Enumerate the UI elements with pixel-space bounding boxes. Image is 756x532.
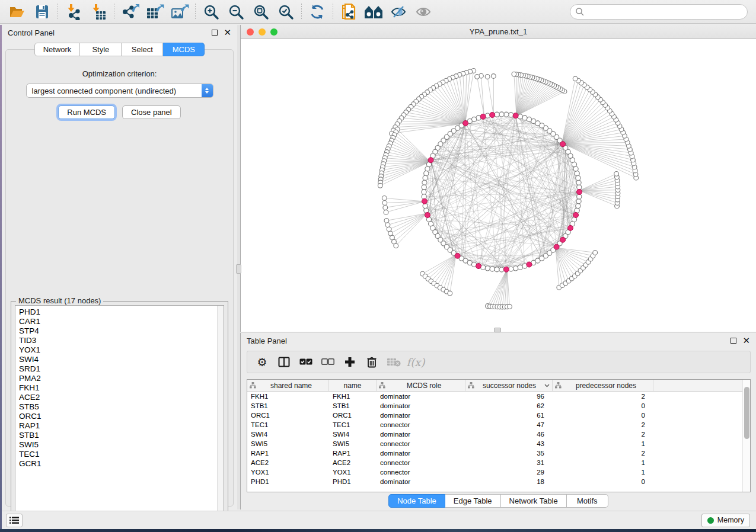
network-node[interactable] bbox=[495, 267, 499, 272]
mcds-hub-node[interactable] bbox=[428, 158, 433, 163]
mcds-result-item[interactable]: SWI5 bbox=[19, 440, 224, 450]
node-table[interactable]: shared namenameMCDS rolesuccessor nodesp… bbox=[247, 379, 751, 492]
tab-network[interactable]: Network bbox=[34, 43, 81, 56]
run-mcds-button[interactable]: Run MCDS bbox=[58, 105, 115, 119]
table-settings-button[interactable]: ⚙ bbox=[253, 353, 271, 371]
column-header-MCDS-role[interactable]: MCDS role bbox=[377, 380, 465, 391]
mcds-result-item[interactable]: ORC1 bbox=[19, 412, 224, 421]
tab-select[interactable]: Select bbox=[122, 43, 163, 56]
mcds-result-item[interactable]: PMA2 bbox=[19, 374, 224, 383]
delete-button[interactable] bbox=[363, 353, 381, 371]
close-panel-icon[interactable]: ✕ bbox=[224, 30, 231, 36]
network-node[interactable] bbox=[490, 267, 495, 271]
column-header-name[interactable]: name bbox=[329, 380, 377, 391]
mcds-result-item[interactable]: CAR1 bbox=[19, 317, 224, 326]
network-node[interactable] bbox=[422, 190, 426, 194]
column-header-successor-nodes[interactable]: successor nodes bbox=[465, 380, 553, 391]
mcds-hub-node[interactable] bbox=[422, 198, 427, 204]
show-details-button[interactable] bbox=[411, 2, 436, 22]
network-leaf-node[interactable] bbox=[382, 196, 387, 200]
memory-button[interactable]: Memory bbox=[701, 514, 750, 527]
mcds-hub-node[interactable] bbox=[476, 264, 481, 269]
table-row[interactable]: STB1STB1dominator620 bbox=[247, 401, 750, 411]
mcds-result-item[interactable]: GCR1 bbox=[19, 459, 224, 469]
network-node[interactable] bbox=[423, 204, 428, 209]
network-node[interactable] bbox=[576, 175, 580, 180]
mcds-hub-node[interactable] bbox=[560, 237, 566, 242]
network-node[interactable] bbox=[422, 194, 426, 199]
network-node[interactable] bbox=[576, 199, 581, 204]
mcds-hub-node[interactable] bbox=[425, 212, 430, 217]
network-leaf-node[interactable] bbox=[573, 76, 578, 81]
network-leaf-node[interactable] bbox=[384, 218, 389, 223]
network-node[interactable] bbox=[422, 180, 427, 185]
table-row[interactable]: YOX1YOX1connector291 bbox=[247, 467, 750, 477]
delete-table-button[interactable] bbox=[385, 353, 403, 371]
mcds-hub-node[interactable] bbox=[560, 142, 566, 147]
network-node[interactable] bbox=[509, 267, 513, 271]
network-leaf-node[interactable] bbox=[385, 223, 390, 227]
mcds-result-item[interactable]: SWI4 bbox=[19, 355, 224, 364]
network-leaf-node[interactable] bbox=[383, 206, 388, 210]
network-leaf-node[interactable] bbox=[491, 74, 496, 79]
task-history-button[interactable] bbox=[6, 514, 23, 527]
mcds-hub-node[interactable] bbox=[527, 262, 532, 267]
share-document-button[interactable] bbox=[336, 2, 361, 22]
save-session-button[interactable] bbox=[30, 2, 55, 22]
search-box[interactable] bbox=[570, 4, 748, 20]
network-node[interactable] bbox=[485, 266, 490, 271]
network-window-titlebar[interactable]: YPA_prune.txt_1 bbox=[241, 25, 756, 39]
network-node[interactable] bbox=[518, 114, 522, 119]
network-node[interactable] bbox=[518, 265, 522, 270]
mcds-result-item[interactable]: RAP1 bbox=[19, 421, 224, 431]
network-view-canvas[interactable] bbox=[241, 39, 756, 332]
mcds-hub-node[interactable] bbox=[490, 112, 495, 117]
tab-node-table[interactable]: Node Table bbox=[388, 494, 445, 508]
mcds-hub-node[interactable] bbox=[567, 225, 573, 230]
export-table-button[interactable] bbox=[142, 2, 167, 22]
network-node[interactable] bbox=[423, 175, 428, 180]
function-builder-button[interactable]: f(x) bbox=[407, 353, 425, 371]
table-scrollbar-thumb[interactable] bbox=[744, 387, 749, 439]
mcds-result-item[interactable]: STB1 bbox=[19, 431, 224, 440]
search-input[interactable] bbox=[588, 7, 742, 16]
tab-mcds[interactable]: MCDS bbox=[163, 43, 205, 56]
zoom-out-button[interactable] bbox=[224, 2, 248, 22]
network-node[interactable] bbox=[577, 194, 582, 199]
network-node[interactable] bbox=[422, 185, 426, 190]
mcds-hub-node[interactable] bbox=[480, 114, 486, 119]
mcds-hub-node[interactable] bbox=[513, 113, 518, 118]
zoom-in-button[interactable] bbox=[199, 2, 224, 22]
vertical-splitter-handle[interactable] bbox=[236, 264, 241, 274]
network-node[interactable] bbox=[485, 113, 490, 118]
criterion-dropdown[interactable]: largest connected component (undirected) bbox=[26, 84, 213, 98]
table-row[interactable]: FKH1FKH1dominator962 bbox=[247, 392, 750, 401]
horizontal-splitter-handle[interactable] bbox=[494, 328, 501, 332]
zoom-selected-button[interactable] bbox=[273, 2, 298, 22]
network-leaf-node[interactable] bbox=[394, 243, 398, 248]
network-node[interactable] bbox=[522, 116, 527, 120]
table-row[interactable]: SWI4SWI4dominator462 bbox=[247, 430, 750, 439]
tab-edge-table[interactable]: Edge Table bbox=[445, 494, 501, 508]
network-graph[interactable] bbox=[241, 39, 756, 332]
mcds-result-item[interactable]: FKH1 bbox=[19, 383, 224, 393]
hide-details-button[interactable] bbox=[386, 2, 411, 22]
mcds-result-item[interactable]: STP4 bbox=[19, 326, 224, 336]
tab-style[interactable]: Style bbox=[80, 43, 122, 56]
mcds-hub-node[interactable] bbox=[503, 267, 509, 272]
network-leaf-node[interactable] bbox=[384, 210, 388, 214]
mcds-result-item[interactable]: PHD1 bbox=[19, 307, 224, 317]
mcds-result-item[interactable]: STB5 bbox=[19, 402, 224, 412]
column-header-predecessor-nodes[interactable]: predecessor nodes bbox=[553, 380, 653, 391]
network-node[interactable] bbox=[577, 185, 582, 190]
network-node[interactable] bbox=[425, 166, 430, 171]
mcds-result-list[interactable]: PHD1CAR1STP4TID3YOX1SWI4SRD1PMA2FKH1ACE2… bbox=[15, 305, 224, 515]
chevron-down-icon[interactable] bbox=[544, 384, 550, 387]
mcds-result-item[interactable]: SRD1 bbox=[19, 364, 224, 374]
mcds-result-item[interactable]: YOX1 bbox=[19, 345, 224, 355]
mcds-hub-node[interactable] bbox=[463, 121, 468, 126]
mcds-result-item[interactable]: ACE2 bbox=[19, 393, 224, 402]
network-node[interactable] bbox=[504, 112, 509, 117]
network-node[interactable] bbox=[576, 204, 580, 209]
table-row[interactable]: TEC1TEC1connector472 bbox=[247, 420, 750, 430]
